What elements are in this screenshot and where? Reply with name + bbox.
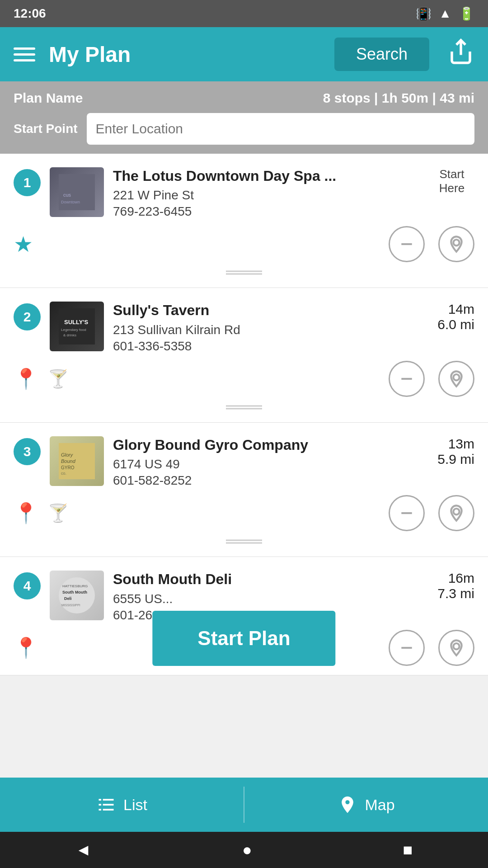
- stop-info-1: The Lotus Downtown Day Spa ... 221 W Pin…: [113, 167, 420, 219]
- stop-name-1: The Lotus Downtown Day Spa ...: [113, 167, 420, 184]
- svg-rect-34: [99, 804, 102, 806]
- cocktail-icon-2[interactable]: 🍸: [47, 369, 69, 389]
- remove-button-3[interactable]: [389, 495, 425, 531]
- svg-text:MISSISSIPPI: MISSISSIPPI: [61, 604, 80, 607]
- pin-icon-3[interactable]: 📍: [14, 501, 38, 525]
- android-nav: ◄ ● ■: [0, 832, 488, 868]
- stop-time-4: 16m: [429, 571, 474, 586]
- svg-rect-8: [59, 308, 95, 344]
- stop-address-3: 6174 US 49: [113, 457, 420, 472]
- svg-text:HATTIESBURG: HATTIESBURG: [62, 584, 88, 588]
- stop-meta-2: 14m 6.0 mi: [429, 302, 474, 332]
- remove-button-2[interactable]: [389, 361, 425, 397]
- stop-time-3: 13m: [429, 436, 474, 452]
- plan-name-label: Plan Name: [14, 90, 83, 106]
- stop-distance-4: 7.3 mi: [429, 586, 474, 601]
- stop-item-3: 3 Glory Bound GYRO co. Glory Bound Gyro …: [0, 423, 488, 557]
- plan-stats: 8 stops | 1h 50m | 43 mi: [323, 90, 474, 106]
- stop-item-2: 2 SULLY'S Legendary food & drinks Sully'…: [0, 288, 488, 422]
- home-button[interactable]: ●: [242, 840, 252, 859]
- stop-item-1: 1 cus Downtown The Lotus Downtown Day Sp…: [0, 154, 488, 288]
- star-icon-1[interactable]: ★: [14, 231, 33, 257]
- location-input[interactable]: [87, 113, 474, 145]
- stop-image-2: SULLY'S Legendary food & drinks: [50, 302, 104, 351]
- stop-info-3: Glory Bound Gyro Company 6174 US 49 601-…: [113, 436, 420, 488]
- stop-icons-right-1: [389, 226, 474, 262]
- stop-icons-left-4: 📍: [14, 636, 38, 660]
- pin-icon-4[interactable]: 📍: [14, 636, 38, 660]
- app-header: My Plan Search: [0, 27, 488, 81]
- wifi-icon: ▲: [439, 6, 451, 21]
- start-plan-button[interactable]: Start Plan: [152, 611, 335, 666]
- stop-actions-3: 📍 🍸: [14, 495, 474, 531]
- nav-map[interactable]: Map: [244, 795, 488, 815]
- stop-name-3: Glory Bound Gyro Company: [113, 436, 420, 453]
- nav-list[interactable]: List: [0, 795, 244, 815]
- back-button[interactable]: ◄: [75, 840, 92, 859]
- remove-button-4[interactable]: [389, 630, 425, 666]
- stop-name-4: South Mouth Deli: [113, 571, 420, 588]
- battery-icon: 🔋: [459, 6, 474, 21]
- stop-address-1: 221 W Pine St: [113, 188, 420, 203]
- location-button-2[interactable]: [438, 361, 474, 397]
- menu-icon[interactable]: [14, 47, 35, 61]
- svg-text:Glory: Glory: [61, 452, 74, 458]
- stop-meta-3: 13m 5.9 mi: [429, 436, 474, 467]
- stop-number-2: 2: [14, 303, 41, 330]
- location-button-3[interactable]: [438, 495, 474, 531]
- recents-button[interactable]: ■: [403, 840, 413, 859]
- svg-point-13: [453, 374, 459, 380]
- svg-rect-32: [99, 799, 102, 801]
- svg-text:Legendary food: Legendary food: [61, 328, 86, 332]
- svg-text:Downtown: Downtown: [61, 200, 80, 204]
- stop-phone-1: 769-223-6455: [113, 204, 420, 219]
- nav-list-label: List: [123, 796, 147, 814]
- svg-rect-35: [103, 804, 114, 806]
- stop-distance-2: 6.0 mi: [429, 317, 474, 332]
- location-button-4[interactable]: [438, 630, 474, 666]
- stop-distance-3: 5.9 mi: [429, 452, 474, 467]
- stop-icons-left-1: ★: [14, 231, 33, 257]
- stop-image-3: Glory Bound GYRO co.: [50, 436, 104, 486]
- svg-point-22: [453, 509, 459, 514]
- stop-actions-1: ★: [14, 226, 474, 262]
- stop-icons-right-3: [389, 495, 474, 531]
- stop-actions-2: 📍 🍸: [14, 361, 474, 397]
- bottom-nav: List Map: [0, 778, 488, 832]
- pin-icon-2[interactable]: 📍: [14, 367, 38, 391]
- stop-icons-right-2: [389, 361, 474, 397]
- stop-icons-right-4: [389, 630, 474, 666]
- share-icon[interactable]: [447, 38, 474, 71]
- status-time: 12:06: [14, 6, 46, 21]
- stop-address-2: 213 Sullivan Kilrain Rd: [113, 323, 420, 337]
- svg-text:Bound: Bound: [61, 458, 76, 464]
- status-bar: 12:06 📳 ▲ 🔋: [0, 0, 488, 27]
- svg-text:GYRO: GYRO: [61, 465, 75, 470]
- stop-meta-1: Start Here: [429, 167, 474, 195]
- stop-address-4: 6555 US...: [113, 592, 420, 606]
- svg-rect-36: [99, 809, 102, 811]
- stop-phone-3: 601-582-8252: [113, 473, 420, 488]
- vibrate-icon: 📳: [416, 6, 432, 21]
- svg-text:co.: co.: [61, 471, 66, 476]
- stop-item-4: 4 HATTIESBURG South Mouth Deli MISSISSIP…: [0, 557, 488, 675]
- stop-number-3: 3: [14, 438, 41, 465]
- remove-button-1[interactable]: [389, 226, 425, 262]
- stop-time-2: 14m: [429, 302, 474, 317]
- svg-rect-25: [59, 577, 95, 613]
- svg-text:Deli: Deli: [64, 596, 72, 601]
- svg-point-31: [453, 643, 459, 649]
- status-icons: 📳 ▲ 🔋: [416, 6, 474, 21]
- drag-handle-1: [14, 262, 474, 278]
- location-button-1[interactable]: [438, 226, 474, 262]
- start-point-row: Start Point: [14, 113, 474, 145]
- stop-icons-left-3: 📍 🍸: [14, 501, 69, 525]
- svg-rect-37: [103, 809, 114, 811]
- svg-point-38: [346, 800, 350, 804]
- start-here-1: Start Here: [429, 167, 474, 195]
- cocktail-icon-3[interactable]: 🍸: [47, 503, 69, 523]
- search-button[interactable]: Search: [334, 38, 429, 71]
- svg-text:SULLY'S: SULLY'S: [64, 319, 89, 326]
- content-area: 1 cus Downtown The Lotus Downtown Day Sp…: [0, 154, 488, 748]
- svg-text:South Mouth: South Mouth: [62, 590, 87, 594]
